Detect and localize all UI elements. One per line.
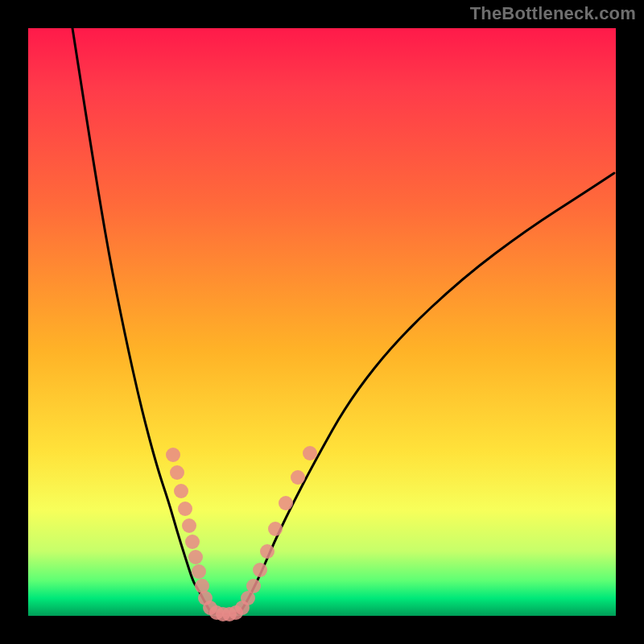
data-point-marker — [246, 579, 261, 593]
data-point-marker — [185, 535, 200, 549]
watermark-text: TheBottleneck.com — [470, 3, 636, 24]
data-point-marker — [268, 522, 283, 536]
data-point-marker — [260, 544, 275, 559]
data-point-marker — [188, 550, 203, 564]
data-point-marker — [253, 563, 267, 577]
data-point-marker — [174, 484, 188, 498]
data-point-marker — [170, 465, 184, 480]
data-point-marker — [303, 446, 317, 460]
data-point-marker — [291, 470, 305, 485]
data-point-marker — [166, 448, 180, 462]
data-point-marker — [178, 502, 192, 516]
chart-frame: TheBottleneck.com — [0, 0, 644, 644]
data-point-marker — [279, 496, 293, 510]
data-point-marker — [192, 564, 206, 579]
data-point-marker — [182, 518, 196, 533]
data-point-markers — [166, 446, 317, 621]
plot-overlay — [28, 28, 616, 616]
curve-right-branch — [239, 173, 614, 614]
